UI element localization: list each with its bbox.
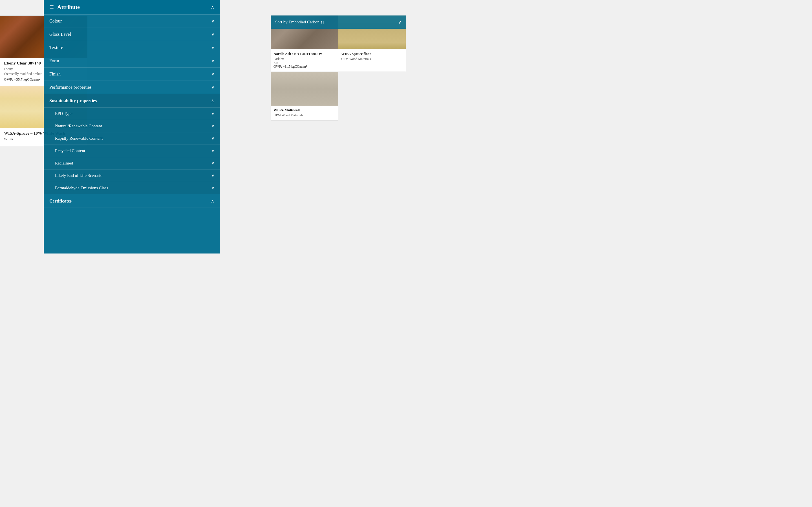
filter-label-finish: Finish [49,71,61,76]
sort-label: Sort by Embodied Carbon ↑↓ [275,20,325,24]
filter-item-finish[interactable]: Finish ∨ [44,68,220,81]
rcard-img-multi [271,72,338,106]
chevron-performance: ∨ [211,85,214,90]
chevron-natural: ∨ [211,124,214,128]
rcard-title-wisa: WISA Spruce floor [341,52,403,56]
chevron-recycled: ∨ [211,149,214,153]
filter-item-colour[interactable]: Colour ∨ [44,15,220,28]
rcard-wisa-multi[interactable]: WISA-Multiwall UPM Wood Materials [271,72,338,121]
filter-item-texture[interactable]: Texture ∨ [44,41,220,54]
overlay-header: ☰ Attribute ∧ [44,0,220,15]
filter-item-gloss[interactable]: Gloss Level ∨ [44,28,220,41]
sub-item-recycled[interactable]: Recycled Content ∨ [44,145,220,157]
chevron-rapidly: ∨ [211,136,214,141]
filter-label-certificates: Certificates [49,199,71,204]
sub-label-reclaimed: Reclaimed [55,161,73,166]
filter-label-texture: Texture [49,45,63,50]
collapse-icon[interactable]: ∧ [211,4,214,10]
right-top-bar [271,0,406,15]
rcard-gwp-nordic: GWP: −11.5 kgCO₂e/m² [273,64,335,69]
sub-label-natural: Natural/Renewable Content [55,124,102,128]
rcard-type-nordic: Ash [273,61,335,64]
chevron-texture: ∨ [211,45,214,50]
sub-label-formaldehyde: Formaldehyde Emissions Class [55,186,108,190]
sub-item-eol[interactable]: Likely End of Life Scenario ∨ [44,170,220,182]
chevron-colour: ∨ [211,19,214,24]
rcard-title-multi: WISA-Multiwall [273,108,335,112]
right-cards-grid: Nordic Ash / NATURFL00R W Parklex Ash GW… [271,15,406,121]
rcard-brand-wisa: UPM Wood Materials [341,57,403,61]
sub-item-rapidly[interactable]: Rapidly Renewable Content ∨ [44,132,220,145]
grid-icon: ☰ [49,4,54,10]
sub-label-eol: Likely End of Life Scenario [55,173,102,178]
chevron-certificates: ∧ [211,198,214,204]
chevron-sustainability: ∧ [211,98,214,103]
overlay-header-left: ☰ Attribute [49,4,80,10]
rcard-brand-nordic: Parklex [273,57,335,61]
sub-label-rapidly: Rapidly Renewable Content [55,136,103,141]
sub-item-formaldehyde[interactable]: Formaldehyde Emissions Class ∨ [44,182,220,194]
sustainability-sub-items: EPD Type ∨ Natural/Renewable Content ∨ R… [44,108,220,194]
sub-item-reclaimed[interactable]: Reclaimed ∨ [44,157,220,170]
sub-label-epd: EPD Type [55,111,72,116]
filter-item-sustainability[interactable]: Sustainability properties ∧ [44,94,220,108]
sort-chevron-icon: ∨ [398,19,402,25]
sort-overlay[interactable]: Sort by Embodied Carbon ↑↓ ∨ [271,15,406,29]
filter-label-sustainability: Sustainability properties [49,98,97,103]
filter-item-form[interactable]: Form ∨ [44,54,220,68]
chevron-reclaimed: ∨ [211,161,214,166]
attribute-filter-panel: ☰ Attribute ∧ Colour ∨ Gloss Level ∨ Tex… [44,0,220,253]
filter-item-certificates[interactable]: Certificates ∧ [44,194,220,208]
chevron-epd: ∨ [211,111,214,116]
sub-item-epd[interactable]: EPD Type ∨ [44,108,220,120]
chevron-gloss: ∨ [211,32,214,37]
rcard-brand-multi: UPM Wood Materials [273,113,335,117]
chevron-finish: ∨ [211,72,214,76]
sub-item-natural[interactable]: Natural/Renewable Content ∨ [44,120,220,132]
chevron-form: ∨ [211,59,214,63]
filter-label-performance: Performance properties [49,85,92,90]
chevron-formaldehyde: ∨ [211,186,214,190]
sub-label-recycled: Recycled Content [55,149,85,153]
filter-item-performance[interactable]: Performance properties ∨ [44,81,220,94]
chevron-eol: ∨ [211,173,214,178]
overlay-title: Attribute [57,4,80,10]
right-cards-panel: Nordic Ash / NATURFL00R W Parklex Ash GW… [271,0,406,253]
rcard-title-nordic: Nordic Ash / NATURFL00R W [273,52,335,56]
filter-label-form: Form [49,58,59,63]
filter-label-colour: Colour [49,18,62,24]
filter-label-gloss: Gloss Level [49,32,71,37]
